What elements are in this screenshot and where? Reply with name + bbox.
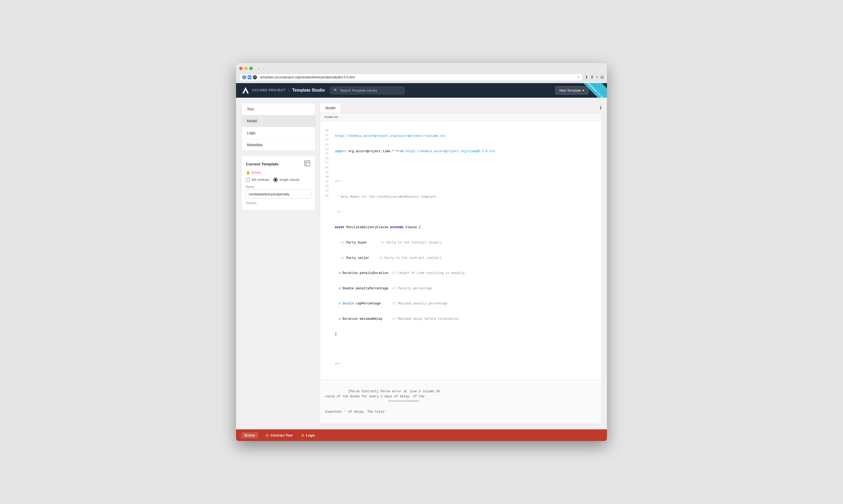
browser-chrome: ‹ › 🔒 ABP 🛡 templates.accordproject.org/… xyxy=(236,63,607,83)
browser-titlebar: ‹ › xyxy=(239,66,604,71)
line-num-pre xyxy=(320,124,331,128)
line-num-33: 33 xyxy=(320,189,331,194)
error-line-3: ^^^^^^^^^^^^^^^^ xyxy=(325,400,419,404)
main-content: Text Model Logic Metadata Current Templa… xyxy=(236,98,607,430)
error-line-2: value of the Goods for every 2 days of d… xyxy=(325,395,425,398)
line-num-26: 26 xyxy=(320,156,331,161)
maximize-button[interactable] xyxy=(249,67,253,70)
app-title: Template Studio xyxy=(289,88,325,93)
line-num-24: 24 xyxy=(320,147,331,152)
back-button[interactable]: ‹ xyxy=(258,66,261,71)
code-line-33 xyxy=(335,347,597,352)
single-clause-radio[interactable]: single clause xyxy=(273,178,299,182)
address-bar-icons: 🔒 ABP 🛡 xyxy=(242,75,257,79)
line-num-20: 20 xyxy=(320,128,331,133)
full-contract-label: full contract xyxy=(252,178,269,182)
version-label: Version xyxy=(246,201,311,205)
line-num-34: 34 xyxy=(320,194,331,198)
address-bar[interactable]: 🔒 ABP 🛡 templates.accordproject.org/mini… xyxy=(239,74,583,81)
dropdown-chevron-icon: ▾ xyxy=(583,88,584,92)
code-line-20: import org.accordproject.time.* from htt… xyxy=(335,149,597,154)
contract-text-tab-label: Contract Text xyxy=(271,433,292,437)
code-line-25: asset MiniLateDeliveryClause extends Cla… xyxy=(335,225,597,230)
traffic-lights xyxy=(239,67,253,70)
info-icon: ℹ xyxy=(600,105,602,111)
extension-icon-2: 🛡 xyxy=(253,75,257,79)
error-warning-icon: ⚠️ xyxy=(246,170,250,175)
file-tab-model-cto[interactable]: model.cto xyxy=(320,113,343,121)
minimize-button[interactable] xyxy=(244,67,248,70)
line-num-28: 28 xyxy=(320,165,331,170)
tab-model[interactable]: Model xyxy=(320,103,341,113)
ct-header: Current Template xyxy=(246,160,311,168)
errors-tab-label: Errors xyxy=(244,433,255,437)
code-line-27: --> Party seller // Party to the contrac… xyxy=(335,256,597,261)
code-line-24: */ xyxy=(335,210,597,215)
name-input[interactable] xyxy=(246,190,311,199)
current-template-title: Current Template xyxy=(246,162,278,166)
line-num-21: 21 xyxy=(320,133,331,138)
security-icon: 🔒 xyxy=(242,75,246,79)
tab-close-button[interactable]: ✕ xyxy=(577,75,580,79)
line-num-25: 25 xyxy=(320,151,331,156)
line-num-27: 27 xyxy=(320,161,331,165)
errors-indicator: ⚠️ Errors xyxy=(246,170,311,175)
logic-tab-label: Logic xyxy=(306,433,315,437)
sidebar-item-model[interactable]: Model xyxy=(242,115,315,127)
line-num-30: 30 xyxy=(320,175,331,179)
share-button[interactable]: ⬆ xyxy=(590,75,594,80)
sidebar-item-text[interactable]: Text xyxy=(242,103,315,115)
single-clause-radio-outer xyxy=(273,178,278,182)
logic-warn-icon: ⚠ xyxy=(301,433,305,437)
sidebar-button[interactable]: ⊞ xyxy=(600,75,604,80)
bottom-tab-errors[interactable]: Errors xyxy=(241,432,258,438)
sidebar-nav: Text Model Logic Metadata xyxy=(241,103,315,151)
sidebar-item-logic[interactable]: Logic xyxy=(242,127,315,139)
line-num-23: 23 xyxy=(320,142,331,147)
line-num-32: 32 xyxy=(320,184,331,189)
code-line-31: o Duration maximumDelay // Maximum delay… xyxy=(335,317,597,322)
accord-logo-icon xyxy=(241,86,250,94)
search-icon: 🔍 xyxy=(333,88,338,92)
code-line-28: o Duration penaltyDuration // Length of … xyxy=(335,271,597,276)
forward-button[interactable]: › xyxy=(262,66,265,71)
extension-icon-1: ABP xyxy=(247,75,252,79)
single-clause-label: single clause xyxy=(279,178,299,182)
error-line-1: [Parse Contract] Parse error at line 5 c… xyxy=(348,390,440,393)
line-numbers: 20 21 22 23 24 25 26 27 28 29 30 xyxy=(320,122,331,380)
new-template-button[interactable]: New Template ▾ xyxy=(555,86,588,94)
code-line-26: --> Party buyer // Party to the contract… xyxy=(335,240,597,246)
downloads-button[interactable]: ⬇ xyxy=(585,75,588,80)
browser-toolbar: 🔒 ABP 🛡 templates.accordproject.org/mini… xyxy=(239,74,604,83)
full-contract-radio[interactable]: full contract xyxy=(246,178,269,182)
browser-window: ‹ › 🔒 ABP 🛡 templates.accordproject.org/… xyxy=(236,63,607,441)
bottom-tab-logic[interactable]: ⚠ Logic xyxy=(300,433,316,437)
single-clause-radio-inner xyxy=(274,179,277,181)
line-num-31: 31 xyxy=(320,179,331,184)
app-container: ACCORD PROJECT Template Studio 🔍 Search … xyxy=(236,83,607,441)
address-bar-area: 🔒 ABP 🛡 templates.accordproject.org/mini… xyxy=(239,74,583,81)
code-line-21 xyxy=(335,164,597,169)
line-num-22: 22 xyxy=(320,138,331,142)
code-content[interactable]: 20 21 22 23 24 25 26 27 28 29 30 xyxy=(320,122,601,380)
code-line-23: * Data Model for the LateDeliveryAndPena… xyxy=(335,195,597,200)
code-lines: 20 21 22 23 24 25 26 27 28 29 30 xyxy=(320,122,601,380)
line-num-29: 29 xyxy=(320,170,331,175)
code-panel: model.cto 20 21 22 23 24 25 xyxy=(320,113,602,424)
code-line-29: o Double penaltyPercentage // Penalty pe… xyxy=(335,286,597,291)
search-bar[interactable]: 🔍 Search Template Library xyxy=(330,87,404,94)
contract-type-radio-group: full contract single clause xyxy=(246,178,311,182)
browser-actions: ⬇ ⬆ + ⊞ xyxy=(585,75,604,80)
url-text: templates.accordproject.org/minilatedeli… xyxy=(260,75,355,79)
new-tab-button[interactable]: + xyxy=(596,75,598,80)
close-button[interactable] xyxy=(239,67,243,70)
error-panel: [Parse Contract] Parse error at line 5 c… xyxy=(320,380,601,424)
logo-text: ACCORD PROJECT xyxy=(252,88,286,92)
code-line-22: /** xyxy=(335,179,597,184)
svg-rect-0 xyxy=(305,161,310,166)
bottom-bar: Errors ⚠ Contract Text ⚠ Logic xyxy=(236,429,607,441)
sidebar-item-metadata[interactable]: Metadata xyxy=(242,139,315,150)
code-line-pre: https://models.accordproject.org/accordp… xyxy=(335,134,597,139)
bottom-tab-contract-text[interactable]: ⚠ Contract Text xyxy=(264,433,294,437)
sidebar: Text Model Logic Metadata Current Templa… xyxy=(241,103,315,424)
